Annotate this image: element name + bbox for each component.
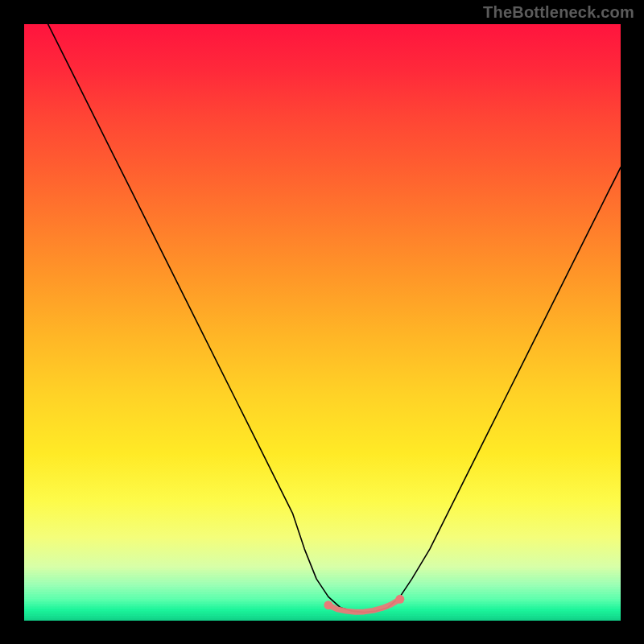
chart-frame: TheBottleneck.com bbox=[0, 0, 644, 644]
curve-layer bbox=[24, 24, 621, 621]
plot-area bbox=[24, 24, 621, 621]
bottleneck-curve bbox=[24, 24, 621, 613]
flat-endpoint-left bbox=[324, 601, 332, 609]
watermark-text: TheBottleneck.com bbox=[483, 3, 634, 22]
flat-endpoint-right bbox=[395, 595, 404, 604]
